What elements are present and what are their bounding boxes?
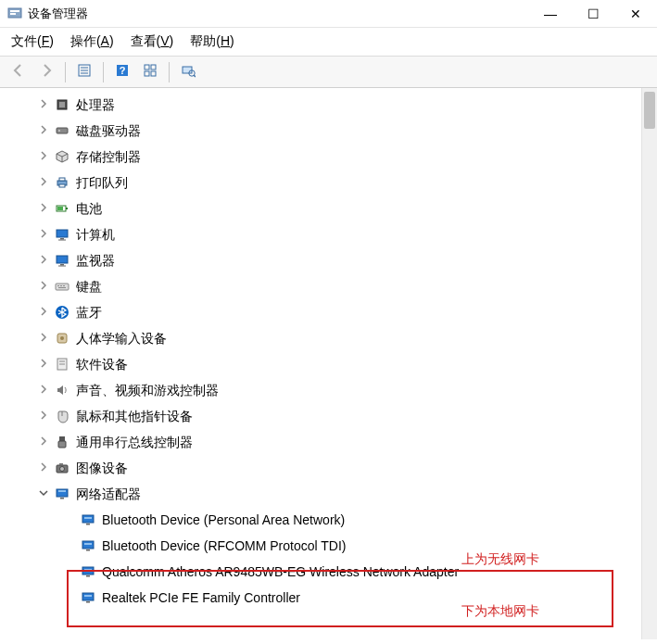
tree-node-label: 鼠标和其他指针设备 bbox=[76, 404, 193, 428]
svg-rect-13 bbox=[183, 67, 192, 73]
tree-node-usb[interactable]: 通用串行总线控制器 bbox=[6, 429, 657, 455]
scan-button[interactable] bbox=[177, 61, 199, 83]
vertical-scrollbar[interactable] bbox=[641, 88, 657, 639]
menu-help[interactable]: 帮助(H) bbox=[190, 33, 234, 50]
chevron-right-icon[interactable] bbox=[37, 352, 50, 376]
tree-node-battery[interactable]: 电池 bbox=[6, 196, 657, 221]
svg-rect-29 bbox=[57, 256, 68, 263]
toolbar-separator bbox=[103, 62, 104, 82]
svg-rect-51 bbox=[58, 490, 66, 492]
svg-rect-57 bbox=[86, 549, 90, 551]
chevron-right-icon[interactable] bbox=[37, 222, 50, 246]
help-button[interactable]: ? bbox=[111, 61, 133, 83]
monitor-icon bbox=[54, 252, 70, 269]
tree-child-label: Realtek PCIe FE Family Controller bbox=[102, 586, 300, 610]
tree-node-label: 声音、视频和游戏控制器 bbox=[76, 378, 219, 402]
tree-node-monitor[interactable]: 监视器 bbox=[6, 247, 657, 273]
tree-node-label: 蓝牙 bbox=[76, 300, 102, 324]
svg-rect-24 bbox=[66, 208, 68, 209]
tree-node-printq[interactable]: 打印队列 bbox=[6, 170, 657, 196]
menubar: 文件(F) 操作(A) 查看(V) 帮助(H) bbox=[0, 28, 657, 57]
nic-icon bbox=[80, 589, 96, 606]
back-button[interactable] bbox=[7, 61, 30, 83]
svg-rect-17 bbox=[59, 102, 65, 107]
tree-node-software[interactable]: 软件设备 bbox=[6, 351, 657, 377]
tree-node-label: 网络适配器 bbox=[76, 482, 141, 506]
printer-icon bbox=[54, 174, 70, 191]
svg-rect-11 bbox=[145, 71, 149, 76]
chevron-right-icon[interactable] bbox=[37, 274, 50, 298]
tree-node-label: 处理器 bbox=[76, 93, 115, 117]
chevron-down-icon[interactable] bbox=[37, 482, 50, 506]
toolbar: ? bbox=[0, 57, 657, 88]
svg-rect-2 bbox=[10, 13, 16, 15]
tree-node-sound[interactable]: 声音、视频和游戏控制器 bbox=[6, 377, 657, 403]
tree-node-computer[interactable]: 计算机 bbox=[6, 221, 657, 247]
tree-child-net-wifi[interactable]: Qualcomm Atheros AR9485WB-EG Wireless Ne… bbox=[6, 559, 657, 585]
svg-rect-35 bbox=[63, 285, 65, 286]
menu-file[interactable]: 文件(F) bbox=[11, 33, 54, 50]
chevron-right-icon[interactable] bbox=[37, 145, 50, 169]
tree-node-storage[interactable]: 存储控制器 bbox=[6, 144, 657, 170]
tree-child-net-bt-pan[interactable]: Bluetooth Device (Personal Area Network) bbox=[6, 507, 657, 533]
app-icon bbox=[7, 6, 22, 21]
svg-rect-54 bbox=[86, 524, 90, 525]
chevron-right-icon[interactable] bbox=[37, 170, 50, 195]
chevron-right-icon[interactable] bbox=[37, 300, 50, 324]
svg-rect-22 bbox=[59, 184, 65, 187]
window-title: 设备管理器 bbox=[28, 6, 88, 22]
svg-rect-25 bbox=[57, 207, 63, 210]
tree-node-bluetooth[interactable]: 蓝牙 bbox=[6, 299, 657, 325]
tree-child-label: Bluetooth Device (RFCOMM Protocol TDI) bbox=[102, 534, 346, 558]
tree-node-network[interactable]: 网络适配器 bbox=[6, 481, 657, 507]
back-icon bbox=[11, 63, 26, 81]
mouse-icon bbox=[54, 408, 70, 424]
chevron-right-icon[interactable] bbox=[37, 404, 50, 428]
tree-node-label: 存储控制器 bbox=[76, 145, 141, 169]
svg-rect-33 bbox=[57, 285, 59, 286]
svg-rect-9 bbox=[145, 65, 149, 69]
small-view-button[interactable] bbox=[139, 61, 161, 83]
chevron-right-icon[interactable] bbox=[37, 456, 50, 480]
chevron-right-icon[interactable] bbox=[37, 93, 50, 117]
svg-rect-18 bbox=[57, 128, 68, 133]
chevron-right-icon[interactable] bbox=[37, 326, 50, 350]
tree-node-hid[interactable]: 人体学输入设备 bbox=[6, 325, 657, 351]
minimize-button[interactable]: — bbox=[529, 0, 572, 28]
scrollbar-thumb[interactable] bbox=[644, 92, 655, 129]
tree-node-imaging[interactable]: 图像设备 bbox=[6, 455, 657, 481]
tree-node-mouse[interactable]: 鼠标和其他指针设备 bbox=[6, 403, 657, 429]
nic-icon bbox=[80, 563, 96, 580]
chevron-right-icon[interactable] bbox=[37, 430, 50, 454]
maximize-button[interactable]: ☐ bbox=[572, 0, 614, 28]
forward-button[interactable] bbox=[35, 61, 57, 83]
chevron-right-icon[interactable] bbox=[37, 119, 50, 143]
svg-rect-31 bbox=[58, 266, 66, 267]
menu-action[interactable]: 操作(A) bbox=[70, 33, 114, 50]
chevron-right-icon[interactable] bbox=[37, 248, 50, 272]
tree-node-label: 监视器 bbox=[76, 248, 115, 272]
close-button[interactable]: ✕ bbox=[614, 0, 657, 28]
tree-child-net-lan[interactable]: Realtek PCIe FE Family Controller bbox=[6, 585, 657, 611]
menu-view[interactable]: 查看(V) bbox=[131, 33, 174, 50]
svg-rect-10 bbox=[151, 65, 156, 69]
bluetooth-icon bbox=[54, 304, 70, 321]
tree-panel: 处理器磁盘驱动器存储控制器打印队列电池计算机监视器键盘蓝牙人体学输入设备软件设备… bbox=[0, 88, 657, 639]
svg-rect-56 bbox=[84, 543, 92, 545]
toolbar-separator bbox=[169, 62, 170, 82]
tree-node-label: 图像设备 bbox=[76, 456, 128, 480]
chevron-right-icon[interactable] bbox=[37, 378, 50, 402]
svg-line-15 bbox=[194, 75, 196, 77]
tree-node-disk[interactable]: 磁盘驱动器 bbox=[6, 118, 657, 144]
nic-icon bbox=[80, 537, 96, 554]
svg-rect-53 bbox=[84, 517, 92, 519]
tree-node-label: 电池 bbox=[76, 196, 102, 221]
device-tree[interactable]: 处理器磁盘驱动器存储控制器打印队列电池计算机监视器键盘蓝牙人体学输入设备软件设备… bbox=[0, 88, 657, 614]
svg-rect-12 bbox=[151, 71, 156, 76]
tree-node-cpu[interactable]: 处理器 bbox=[6, 92, 657, 118]
details-button[interactable] bbox=[73, 61, 95, 83]
tree-child-net-bt-rf[interactable]: Bluetooth Device (RFCOMM Protocol TDI) bbox=[6, 533, 657, 559]
tree-node-keyboard[interactable]: 键盘 bbox=[6, 273, 657, 299]
tree-node-label: 打印队列 bbox=[76, 170, 128, 195]
chevron-right-icon[interactable] bbox=[37, 196, 50, 221]
